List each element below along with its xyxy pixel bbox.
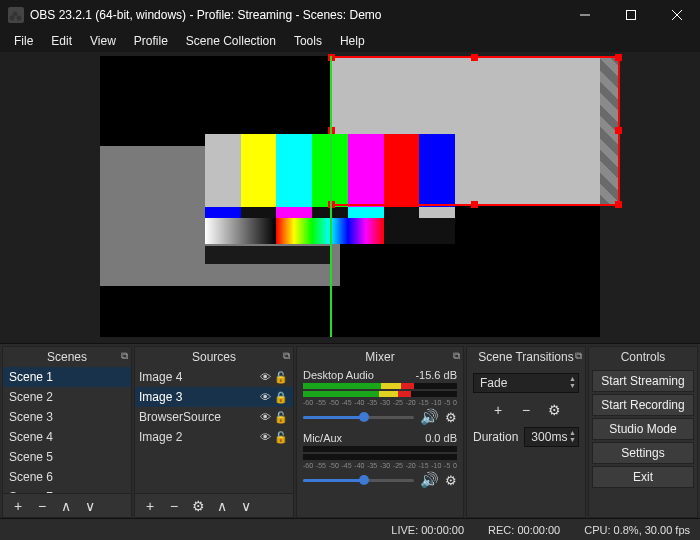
- lock-icon[interactable]: 🔒: [273, 391, 289, 404]
- maximize-button[interactable]: [608, 0, 654, 30]
- source-add-button[interactable]: +: [139, 495, 161, 517]
- source-label: Image 3: [139, 390, 257, 404]
- resize-handle-ne[interactable]: [615, 54, 622, 61]
- lock-icon[interactable]: 🔓: [273, 431, 289, 444]
- snap-guide: [330, 56, 332, 337]
- channel-name: Mic/Aux: [303, 432, 425, 444]
- control-button-start-recording[interactable]: Start Recording: [592, 394, 694, 416]
- gear-icon[interactable]: ⚙: [445, 410, 457, 425]
- mixer-channel: Desktop Audio-15.6 dB -60-55-50-45-40-35…: [297, 367, 463, 430]
- visibility-icon[interactable]: 👁: [257, 411, 273, 423]
- source-settings-button[interactable]: ⚙: [187, 495, 209, 517]
- source-item[interactable]: Image 2 👁 🔓: [135, 427, 293, 447]
- minimize-button[interactable]: [562, 0, 608, 30]
- scene-item[interactable]: Scene 6: [3, 467, 131, 487]
- resize-handle-n[interactable]: [471, 54, 478, 61]
- resize-handle-se[interactable]: [615, 201, 622, 208]
- scene-up-button[interactable]: ∧: [55, 495, 77, 517]
- gear-icon[interactable]: ⚙: [445, 473, 457, 488]
- menu-profile[interactable]: Profile: [126, 32, 176, 50]
- status-bar: LIVE: 00:00:00 REC: 00:00:00 CPU: 0.8%, …: [0, 518, 700, 540]
- mixer-body: Desktop Audio-15.6 dB -60-55-50-45-40-35…: [297, 367, 463, 517]
- transition-remove-button[interactable]: −: [515, 399, 537, 421]
- scene-item[interactable]: Scene 3: [3, 407, 131, 427]
- app-icon: [8, 7, 24, 23]
- bottom-panels: Scenes⧉ Scene 1Scene 2Scene 3Scene 4Scen…: [0, 344, 700, 518]
- popout-icon[interactable]: ⧉: [283, 350, 290, 362]
- updown-icon: ▲▼: [569, 429, 576, 443]
- audio-meter: [303, 383, 457, 389]
- scenes-list[interactable]: Scene 1Scene 2Scene 3Scene 4Scene 5Scene…: [3, 367, 131, 493]
- menu-help[interactable]: Help: [332, 32, 373, 50]
- source-item[interactable]: Image 3 👁 🔒: [135, 387, 293, 407]
- menubar: File Edit View Profile Scene Collection …: [0, 30, 700, 52]
- channel-db: 0.0 dB: [425, 432, 457, 444]
- source-up-button[interactable]: ∧: [211, 495, 233, 517]
- source-label: Image 2: [139, 430, 257, 444]
- menu-file[interactable]: File: [6, 32, 41, 50]
- mixer-panel: Mixer⧉ Desktop Audio-15.6 dB -60-55-50-4…: [296, 346, 464, 518]
- scene-item[interactable]: Scene 5: [3, 447, 131, 467]
- status-rec: REC: 00:00:00: [488, 524, 560, 536]
- window-title: OBS 23.2.1 (64-bit, windows) - Profile: …: [30, 8, 381, 22]
- updown-icon: ▲▼: [569, 375, 576, 389]
- source-item[interactable]: BrowserSource 👁 🔓: [135, 407, 293, 427]
- popout-icon[interactable]: ⧉: [453, 350, 460, 362]
- source-down-button[interactable]: ∨: [235, 495, 257, 517]
- popout-icon[interactable]: ⧉: [575, 350, 582, 362]
- controls-title: Controls: [621, 350, 666, 364]
- resize-handle-e[interactable]: [615, 127, 622, 134]
- speaker-icon[interactable]: 🔊: [420, 408, 439, 426]
- audio-meter: [303, 454, 457, 460]
- menu-tools[interactable]: Tools: [286, 32, 330, 50]
- duration-value: 300ms: [531, 430, 567, 444]
- menu-scene-collection[interactable]: Scene Collection: [178, 32, 284, 50]
- lock-icon[interactable]: 🔓: [273, 371, 289, 384]
- volume-slider[interactable]: [303, 474, 414, 486]
- titlebar: OBS 23.2.1 (64-bit, windows) - Profile: …: [0, 0, 700, 30]
- scene-item[interactable]: Scene 1: [3, 367, 131, 387]
- transitions-panel: Scene Transitions⧉ Fade ▲▼ + − ⚙ Duratio…: [466, 346, 586, 518]
- resize-handle-s[interactable]: [471, 201, 478, 208]
- visibility-icon[interactable]: 👁: [257, 431, 273, 443]
- control-button-start-streaming[interactable]: Start Streaming: [592, 370, 694, 392]
- scene-down-button[interactable]: ∨: [79, 495, 101, 517]
- selection-outline[interactable]: [330, 56, 620, 206]
- volume-slider[interactable]: [303, 411, 414, 423]
- visibility-icon[interactable]: 👁: [257, 391, 273, 403]
- transition-settings-button[interactable]: ⚙: [543, 399, 565, 421]
- transition-select[interactable]: Fade ▲▼: [473, 373, 579, 393]
- channel-db: -15.6 dB: [415, 369, 457, 381]
- sources-list[interactable]: Image 4 👁 🔓Image 3 👁 🔒BrowserSource 👁 🔓I…: [135, 367, 293, 493]
- source-remove-button[interactable]: −: [163, 495, 185, 517]
- preview-area[interactable]: [0, 52, 700, 344]
- popout-icon[interactable]: ⧉: [121, 350, 128, 362]
- scene-item[interactable]: Scene 2: [3, 387, 131, 407]
- sources-title: Sources: [192, 350, 236, 364]
- menu-view[interactable]: View: [82, 32, 124, 50]
- control-button-settings[interactable]: Settings: [592, 442, 694, 464]
- menu-edit[interactable]: Edit: [43, 32, 80, 50]
- source-item[interactable]: Image 4 👁 🔓: [135, 367, 293, 387]
- source-browser: [205, 246, 330, 264]
- control-button-studio-mode[interactable]: Studio Mode: [592, 418, 694, 440]
- scene-add-button[interactable]: +: [7, 495, 29, 517]
- transition-add-button[interactable]: +: [487, 399, 509, 421]
- scenes-title: Scenes: [47, 350, 87, 364]
- close-button[interactable]: [654, 0, 700, 30]
- status-cpu: CPU: 0.8%, 30.00 fps: [584, 524, 690, 536]
- mixer-channel: Mic/Aux0.0 dB -60-55-50-45-40-35-30-25-2…: [297, 430, 463, 493]
- lock-icon[interactable]: 🔓: [273, 411, 289, 424]
- source-label: BrowserSource: [139, 410, 257, 424]
- scenes-panel: Scenes⧉ Scene 1Scene 2Scene 3Scene 4Scen…: [2, 346, 132, 518]
- scene-item[interactable]: Scene 4: [3, 427, 131, 447]
- duration-label: Duration: [473, 430, 518, 444]
- audio-meter: [303, 446, 457, 452]
- control-button-exit[interactable]: Exit: [592, 466, 694, 488]
- visibility-icon[interactable]: 👁: [257, 371, 273, 383]
- speaker-icon[interactable]: 🔊: [420, 471, 439, 489]
- duration-spinner[interactable]: 300ms ▲▼: [524, 427, 579, 447]
- source-label: Image 4: [139, 370, 257, 384]
- scene-remove-button[interactable]: −: [31, 495, 53, 517]
- sources-panel: Sources⧉ Image 4 👁 🔓Image 3 👁 🔒BrowserSo…: [134, 346, 294, 518]
